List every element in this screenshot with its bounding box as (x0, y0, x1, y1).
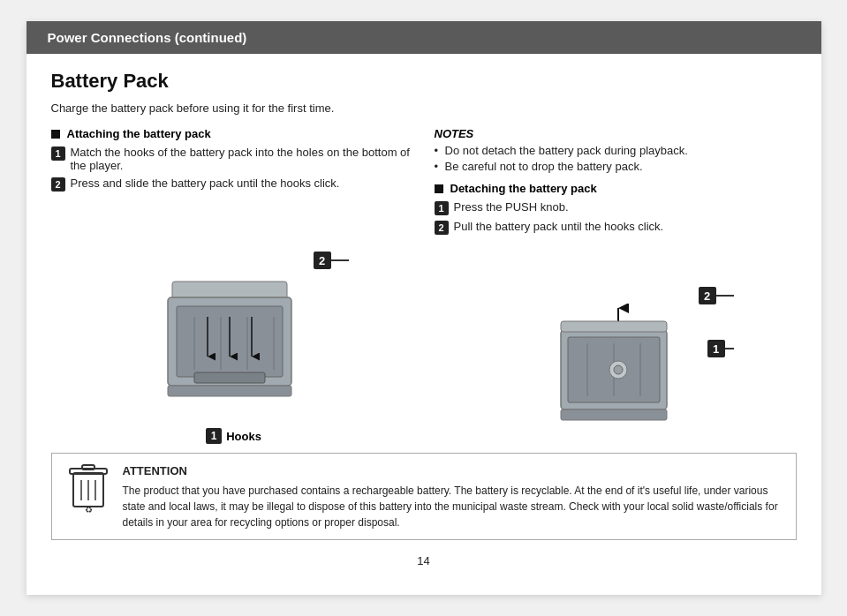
main-content: Battery Pack Charge the battery pack bef… (26, 54, 821, 252)
detach-step2-num: 2 (699, 287, 716, 304)
note-1: Do not detach the battery pack during pl… (435, 144, 797, 157)
diagram-attach: 2 (146, 268, 322, 444)
hooks-text: Hooks (226, 430, 261, 443)
attention-box: ♻ ATTENTION The product that you have pu… (51, 453, 797, 540)
step-num-2: 2 (51, 177, 65, 192)
diagram-detach: 2 1 (543, 304, 702, 444)
attach-svg (146, 268, 322, 423)
attention-body: The product that you have purchased cont… (123, 485, 778, 529)
svg-rect-24 (561, 321, 667, 332)
two-col-layout: Attaching the battery pack 1 Match the h… (51, 127, 797, 244)
attach-step-2: 2 Press and slide the battery pack until… (51, 177, 413, 192)
diagrams-area: 2 (26, 268, 821, 444)
page-number: 14 (26, 549, 821, 576)
svg-rect-8 (194, 372, 265, 383)
svg-point-21 (614, 365, 623, 374)
section-title: Battery Pack (51, 70, 797, 93)
attach-step-1: 1 Match the hooks of the battery pack in… (51, 146, 413, 172)
notes-section: NOTES Do not detach the battery pack dur… (435, 127, 797, 173)
black-square-icon-2 (435, 184, 443, 193)
attach-step2-num: 2 (314, 252, 331, 269)
attaching-steps: 1 Match the hooks of the battery pack in… (51, 146, 413, 192)
page: Power Connections (continued) Battery Pa… (26, 21, 821, 595)
attention-content: ATTENTION The product that you have purc… (123, 462, 782, 530)
note-2: Be careful not to drop the battery pack. (435, 160, 797, 173)
attaching-heading: Attaching the battery pack (51, 127, 413, 140)
detach-step-num-1: 1 (435, 201, 449, 215)
notes-list: Do not detach the battery pack during pl… (435, 144, 797, 173)
col-right: NOTES Do not detach the battery pack dur… (435, 127, 797, 244)
detach-svg (543, 304, 702, 440)
detaching-steps: 1 Press the PUSH knob. 2 Pull the batter… (435, 200, 797, 235)
svg-rect-1 (172, 282, 287, 299)
svg-text:♻: ♻ (84, 505, 92, 515)
detach-step1-num: 1 (707, 340, 725, 357)
notes-title: NOTES (435, 127, 797, 140)
detaching-heading: Detaching the battery pack (435, 182, 797, 195)
recycling-icon: ♻ (66, 462, 110, 515)
svg-rect-12 (168, 386, 291, 396)
attention-title: ATTENTION (123, 462, 782, 480)
detach-step-num-2: 2 (435, 221, 449, 235)
detach-step-2: 2 Pull the battery pack until the hooks … (435, 220, 797, 235)
hooks-label: 1 Hooks (206, 428, 261, 444)
detach-step-1: 1 Press the PUSH knob. (435, 200, 797, 215)
header-title: Power Connections (continued) (48, 30, 247, 45)
intro-text: Charge the battery pack before using it … (51, 101, 797, 115)
col-left: Attaching the battery pack 1 Match the h… (51, 127, 413, 244)
hooks-step-num: 1 (206, 428, 222, 444)
recycling-svg: ♻ (66, 462, 110, 515)
black-square-icon (51, 130, 60, 139)
header-bar: Power Connections (continued) (26, 21, 821, 54)
svg-rect-23 (561, 409, 667, 420)
svg-rect-27 (82, 465, 95, 470)
step-num-1: 1 (51, 146, 65, 161)
